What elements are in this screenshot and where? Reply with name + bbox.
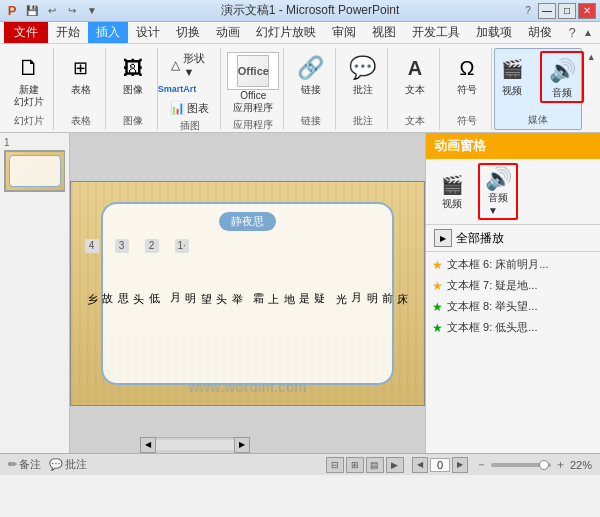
- ribbon-group-table: ⊞ 表格 表格: [56, 48, 106, 130]
- group-label-table: 表格: [71, 114, 91, 128]
- poem-num-1: 1·: [175, 239, 189, 253]
- poem-col-1: 床前明月光: [333, 257, 410, 312]
- anim-text-2: 文本框 7: 疑是地...: [447, 278, 594, 293]
- notes-label: 备注: [19, 457, 41, 472]
- comments-label: 批注: [65, 457, 87, 472]
- slide-canvas[interactable]: www.wordlm.com 静夜思 4 3 2 1· 低头思故乡: [70, 181, 425, 406]
- comment-label: 批注: [353, 84, 373, 96]
- slide-thumbnail[interactable]: [4, 150, 65, 192]
- slideshow-view-button[interactable]: ▶: [386, 457, 404, 473]
- symbol-label: 符号: [457, 84, 477, 96]
- reading-view-button[interactable]: ▤: [366, 457, 384, 473]
- menu-user[interactable]: 胡俊: [520, 22, 560, 43]
- ribbon-group-media-content: 🎬 视频 🔊 音频: [492, 51, 584, 111]
- save-icon[interactable]: 💾: [24, 3, 40, 19]
- video-media-icon: 🎬: [440, 173, 464, 197]
- menu-developer[interactable]: 开发工具: [404, 22, 468, 43]
- ribbon-group-media: 🎬 视频 🔊 音频 媒体: [494, 48, 582, 130]
- ribbon-group-comment-content: 💬 批注: [343, 50, 383, 112]
- maximize-button[interactable]: □: [558, 3, 576, 19]
- smartart-button[interactable]: SmartArt: [166, 80, 214, 98]
- menu-file[interactable]: 文件: [4, 22, 48, 43]
- text-button[interactable]: A 文本: [395, 50, 435, 98]
- comment-button[interactable]: 💬 批注: [343, 50, 383, 98]
- horizontal-scrollbar[interactable]: ◀ ▶: [140, 437, 250, 451]
- play-all-button[interactable]: ▶: [434, 229, 452, 247]
- anim-star-4: ★: [432, 321, 443, 335]
- menu-view[interactable]: 视图: [364, 22, 404, 43]
- table-button[interactable]: ⊞ 表格: [61, 50, 101, 98]
- zoom-in-icon[interactable]: ＋: [555, 457, 566, 472]
- thumb-image: [6, 152, 64, 190]
- anim-star-2: ★: [432, 279, 443, 293]
- link-button[interactable]: 🔗 链接: [291, 50, 331, 98]
- anim-item-4[interactable]: ★ 文本框 9: 低头思...: [428, 317, 598, 338]
- new-slide-label: 新建幻灯片: [14, 84, 44, 108]
- minimize-button[interactable]: —: [538, 3, 556, 19]
- group-label-illustrations: 插图: [180, 119, 200, 133]
- office-apps-label: Office应用程序: [233, 90, 273, 114]
- anim-item-3[interactable]: ★ 文本框 8: 举头望...: [428, 296, 598, 317]
- scroll-right-arrow[interactable]: ▶: [234, 437, 250, 453]
- menu-animation[interactable]: 动画: [208, 22, 248, 43]
- next-page-arrow[interactable]: ▶: [452, 457, 468, 473]
- video-button[interactable]: 🎬 视频: [492, 51, 532, 103]
- audio-label: 音频: [552, 87, 572, 99]
- ribbon-content: 🗋 新建幻灯片 幻灯片 ⊞ 表格 表格 🖼 图像: [0, 44, 600, 132]
- audio-button[interactable]: 🔊 音频: [540, 51, 584, 103]
- menu-review[interactable]: 审阅: [324, 22, 364, 43]
- normal-view-button[interactable]: ⊟: [326, 457, 344, 473]
- zoom-out-icon[interactable]: －: [476, 457, 487, 472]
- ribbon-collapse-arrow[interactable]: ▲: [586, 48, 596, 130]
- zoom-slider[interactable]: [491, 463, 551, 467]
- powerpoint-icon: P: [4, 3, 20, 19]
- comments-status[interactable]: 💬 批注: [49, 457, 87, 472]
- scroll-left-arrow[interactable]: ◀: [140, 437, 156, 453]
- anim-item-1[interactable]: ★ 文本框 6: 床前明月...: [428, 254, 598, 275]
- video-media-button[interactable]: 🎬 视频: [434, 171, 470, 213]
- title-bar-left: P 💾 ↩ ↪ ▼: [4, 3, 100, 19]
- thumb-inner: [9, 155, 61, 187]
- new-slide-icon: 🗋: [13, 52, 45, 84]
- notes-status[interactable]: ✏ 备注: [8, 457, 41, 472]
- shapes-button[interactable]: △ 形状 ▼: [166, 50, 214, 79]
- slide-number-label: 1: [4, 137, 65, 148]
- menu-transition[interactable]: 切换: [168, 22, 208, 43]
- table-icon: ⊞: [65, 52, 97, 84]
- prev-page-arrow[interactable]: ◀: [412, 457, 428, 473]
- page-nav: ◀ 0 ▶: [412, 457, 468, 473]
- grid-view-button[interactable]: ⊞: [346, 457, 364, 473]
- poem-num-3: 3: [115, 239, 129, 253]
- customize-icon[interactable]: ▼: [84, 3, 100, 19]
- group-label-office-apps: 应用程序: [233, 118, 273, 132]
- page-number: 0: [430, 458, 450, 472]
- anim-star-1: ★: [432, 258, 443, 272]
- chart-icon: 📊: [169, 100, 185, 116]
- title-bar-right: ? — □ ✕: [520, 3, 596, 19]
- menu-insert[interactable]: 插入: [88, 22, 128, 43]
- ribbon-group-illustrations-content: △ 形状 ▼ SmartArt 📊 图表: [166, 50, 214, 117]
- new-slide-button[interactable]: 🗋 新建幻灯片: [9, 50, 49, 110]
- close-button[interactable]: ✕: [578, 3, 596, 19]
- menu-home[interactable]: 开始: [48, 22, 88, 43]
- collapse-ribbon-icon[interactable]: ▲: [580, 25, 596, 41]
- ribbon-group-office-apps: Office Office应用程序 应用程序: [223, 48, 284, 130]
- help-icon[interactable]: ?: [520, 3, 536, 19]
- menu-design[interactable]: 设计: [128, 22, 168, 43]
- chart-button[interactable]: 📊 图表: [166, 99, 214, 117]
- audio-media-button[interactable]: 🔊 音频▼: [478, 163, 518, 220]
- symbol-button[interactable]: Ω 符号: [447, 50, 487, 98]
- audio-media-icon: 🔊: [486, 167, 510, 191]
- image-button[interactable]: 🖼 图像: [113, 50, 153, 98]
- link-label: 链接: [301, 84, 321, 96]
- animation-panel-title: 动画窗格: [426, 133, 600, 159]
- main-area: 1 Word联盟 www.wordlm.com 静夜思 4 3 2: [0, 133, 600, 453]
- redo-icon[interactable]: ↪: [64, 3, 80, 19]
- office-apps-button[interactable]: Office Office应用程序: [223, 50, 283, 116]
- help-ribbon-icon[interactable]: ?: [564, 25, 580, 41]
- menu-addins[interactable]: 加载项: [468, 22, 520, 43]
- undo-icon[interactable]: ↩: [44, 3, 60, 19]
- menu-slideshow[interactable]: 幻灯片放映: [248, 22, 324, 43]
- anim-item-2[interactable]: ★ 文本框 7: 疑是地...: [428, 275, 598, 296]
- audio-icon: 🔊: [546, 55, 578, 87]
